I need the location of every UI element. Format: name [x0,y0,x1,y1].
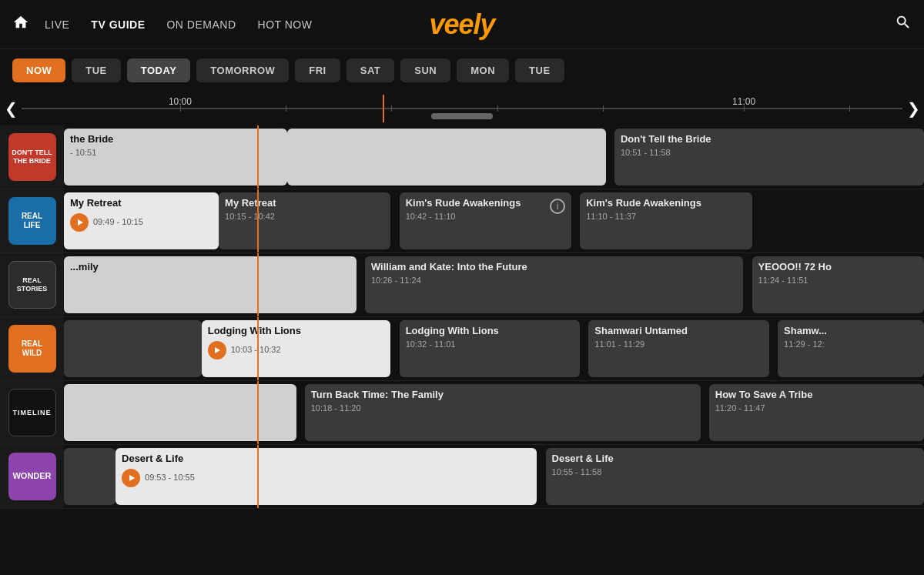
program-yeooo[interactable]: YEOOO!! 72 Ho 11:24 - 11:51 [752,256,924,313]
channel-row-real-stories: REALSTORIES ...mily William and Kate: In… [0,253,924,317]
channel-logo-dont-tell-bride: DON'T TELL THE BRIDE [0,125,64,189]
channel-logo-box: WONDER [8,453,56,500]
program-how-to-save[interactable]: How To Save A Tribe 11:20 - 11:47 [709,384,924,441]
channel-grid: DON'T TELL THE BRIDE the Bride - 10:51 D… [0,125,924,509]
navigation: LIVE TV GUIDE ON DEMAND HOT NOW veely [0,0,924,49]
channel-row-dont-tell-bride: DON'T TELL THE BRIDE the Bride - 10:51 D… [0,125,924,189]
program-title: Kim's Rude Awakenings [406,197,565,210]
program-title: Shamwari Untamed [594,325,763,338]
programs-timeline: Turn Back Time: The Family 10:18 - 11:20… [64,381,924,444]
channel-row-wonder: WONDER Desert & Life 09:53 - 10:55 Deser… [0,445,924,509]
program-title: William and Kate: Into the Future [371,261,737,274]
program-time: 11:24 - 11:51 [758,276,918,285]
channel-logo-real-life: REALLIFE [0,189,64,252]
timeline-tick-2 [286,105,286,112]
program-wonder-empty[interactable] [64,448,116,505]
program-bride-partial[interactable]: the Bride - 10:51 [64,129,287,186]
program-title: Shamw... [784,325,918,338]
play-button[interactable] [208,341,226,359]
program-time: 09:49 - 10:15 [93,217,143,226]
program-title: How To Save A Tribe [715,389,918,402]
program-time: 10:03 - 10:32 [231,345,281,354]
timeline-tick-7 [849,105,850,112]
program-real-stories-partial[interactable]: ...mily [64,256,357,313]
home-button[interactable] [12,14,29,35]
channel-logo-real-wild: REALWILD [0,317,64,380]
timeline: ❮ 10:00 11:00 ❯ [0,92,924,125]
channel-logo-box: REALSTORIES [8,261,56,309]
channel-logo-box: REALLIFE [8,197,56,245]
program-title: ...mily [70,261,350,274]
program-time: 10:18 - 11:20 [311,403,695,413]
channel-row-real-life: REALLIFE My Retreat 09:49 - 10:15 My Ret… [0,189,924,253]
timeline-tick-5 [603,105,604,112]
play-button[interactable] [122,469,140,487]
program-time: 10:42 - 11:10 [406,212,565,221]
program-title: My Retreat [225,197,384,210]
program-desert-life-2[interactable]: Desert & Life 10:55 - 11:58 [546,448,924,505]
tab-today[interactable]: TODAY [127,59,191,82]
timeline-left-arrow[interactable]: ❮ [0,99,22,118]
nav-live[interactable]: LIVE [45,18,69,31]
play-button[interactable] [70,213,89,232]
program-title: Kim's Rude Awakenings [586,197,745,210]
programs-real-stories: ...mily William and Kate: Into the Futur… [64,253,924,316]
nav-tv-guide[interactable]: TV GUIDE [91,18,145,31]
channel-logo-box: TIMELINE [8,389,56,436]
program-kims-rude-2[interactable]: Kim's Rude Awakenings 11:10 - 11:37 [580,192,752,249]
nav-links: LIVE TV GUIDE ON DEMAND HOT NOW [45,18,312,31]
nav-hot-now[interactable]: HOT NOW [258,18,313,31]
nav-on-demand[interactable]: ON DEMAND [166,18,236,31]
program-shamwari-2[interactable]: Shamw... 11:29 - 12: [778,320,924,377]
program-title: YEOOO!! 72 Ho [758,261,918,274]
program-title: Turn Back Time: The Family [311,389,695,402]
site-logo: veely [429,8,494,41]
tab-sat[interactable]: SAT [346,59,395,82]
program-time: 11:01 - 11:29 [594,339,763,349]
tab-now[interactable]: NOW [12,59,65,82]
tab-mon[interactable]: MON [457,59,509,82]
timeline-tick-3 [391,105,392,112]
channel-logo-timeline: TIMELINE [0,381,64,444]
program-turn-back-time[interactable]: Turn Back Time: The Family 10:18 - 11:20 [305,384,701,441]
program-desert-life-1[interactable]: Desert & Life 09:53 - 10:55 [116,448,537,505]
program-lodging-1[interactable]: Lodging With Lions 10:03 - 10:32 [202,320,391,377]
program-bride-middle[interactable] [287,129,605,186]
program-title: Lodging With Lions [406,325,574,338]
program-wild-empty[interactable] [64,320,202,377]
program-title: the Bride [70,133,281,146]
day-tabs: NOW TUE TODAY TOMORROW FRI SAT SUN MON T… [0,49,924,92]
tab-tomorrow[interactable]: TOMORROW [196,59,289,82]
program-time: 09:53 - 10:55 [145,473,195,482]
channel-logo-box: REALWILD [8,325,56,373]
programs-wonder: Desert & Life 09:53 - 10:55 Desert & Lif… [64,445,924,508]
timeline-tick-4 [497,105,498,112]
program-my-retreat-1[interactable]: My Retreat 09:49 - 10:15 [64,192,219,249]
timeline-line [22,108,902,109]
info-button[interactable]: i [550,199,565,214]
search-button[interactable] [895,14,912,35]
program-time: 10:51 - 11:58 [621,148,918,157]
program-my-retreat-2[interactable]: My Retreat 10:15 - 10:42 [219,192,390,249]
program-william-kate[interactable]: William and Kate: Into the Future 10:26 … [365,256,743,313]
channel-logo-real-stories: REALSTORIES [0,253,64,316]
tab-tue-prev[interactable]: TUE [72,59,121,82]
tab-fri[interactable]: FRI [295,59,340,82]
timeline-indicator[interactable] [431,113,493,119]
program-title: Lodging With Lions [208,325,385,338]
program-bride-next[interactable]: Don't Tell the Bride 10:51 - 11:58 [614,129,924,186]
program-lodging-2[interactable]: Lodging With Lions 10:32 - 11:01 [400,320,581,377]
tab-sun[interactable]: SUN [400,59,450,82]
tab-tue-next[interactable]: TUE [515,59,564,82]
program-kims-rude-1[interactable]: Kim's Rude Awakenings 10:42 - 11:10 i [400,192,571,249]
timeline-right-arrow[interactable]: ❯ [902,99,924,118]
program-time: 10:32 - 11:01 [406,339,574,349]
program-title: Desert & Life [552,453,918,466]
channel-row-real-wild: REALWILD Lodging With Lions 10:03 - 10:3… [0,317,924,381]
program-title: Desert & Life [122,453,531,466]
program-timeline-empty[interactable] [64,384,296,441]
timeline-track: 10:00 11:00 [22,95,902,122]
program-time: 11:10 - 11:37 [586,212,745,221]
program-shamwari-1[interactable]: Shamwari Untamed 11:01 - 11:29 [588,320,769,377]
program-time: - 10:51 [70,148,281,157]
